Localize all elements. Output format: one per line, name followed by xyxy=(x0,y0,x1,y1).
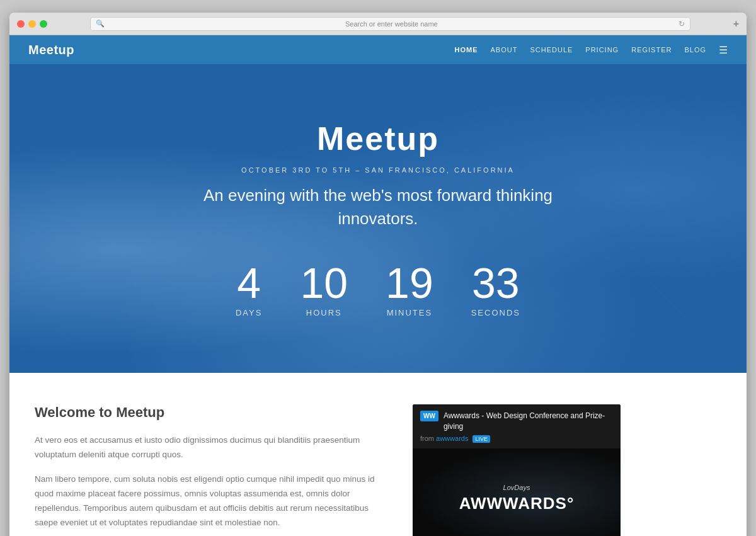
content-paragraph-2: Nam libero tempore, cum soluta nobis est… xyxy=(35,472,387,530)
video-title-row: WW Awwwards - Web Design Conference and … xyxy=(420,411,613,432)
refresh-icon[interactable]: ↻ xyxy=(679,20,685,28)
minutes-value: 19 xyxy=(386,261,433,304)
hero-subtitle: OCTOBER 3RD TO 5TH – SAN FRANCISCO, CALI… xyxy=(195,166,561,174)
add-tab-button[interactable]: + xyxy=(733,18,739,30)
video-thumbnail[interactable]: LovDays AWWWARDS° xyxy=(413,448,621,536)
video-ww-badge: WW xyxy=(420,411,438,421)
content-section: Welcome to Meetup At vero eos et accusam… xyxy=(9,373,747,536)
video-top-bar: WW Awwwards - Web Design Conference and … xyxy=(413,404,621,448)
welcome-title: Welcome to Meetup xyxy=(35,404,387,421)
hero-title: Meetup xyxy=(195,120,561,157)
search-icon: 🔍 xyxy=(96,20,105,28)
countdown-days: 4 Days xyxy=(236,261,262,317)
nav-links: HOME ABOUT SCHEDULE PRICING REGISTER BLO… xyxy=(455,44,728,56)
browser-titlebar: 🔍 Search or enter website name ↻ + xyxy=(9,13,747,35)
hero-section: Meetup OCTOBER 3RD TO 5TH – SAN FRANCISC… xyxy=(9,64,747,373)
minutes-label: Minutes xyxy=(386,308,433,317)
maximize-button[interactable] xyxy=(40,20,47,28)
address-bar[interactable]: 🔍 Search or enter website name ↻ xyxy=(90,17,690,31)
content-paragraph-1: At vero eos et accusamus et iusto odio d… xyxy=(35,433,387,462)
nav-link-blog[interactable]: BLOG xyxy=(684,46,706,54)
seconds-value: 33 xyxy=(471,261,520,304)
hero-tagline: An evening with the web's most forward t… xyxy=(195,184,561,230)
seconds-label: Seconds xyxy=(471,308,520,317)
video-from-label: from xyxy=(420,435,434,442)
countdown-minutes: 19 Minutes xyxy=(386,261,433,317)
countdown-hours: 10 Hours xyxy=(300,261,348,317)
video-from-link[interactable]: awwwards xyxy=(436,435,468,442)
video-live-badge: LIVE xyxy=(472,435,490,443)
address-text: Search or enter website name xyxy=(108,20,675,28)
hours-label: Hours xyxy=(300,308,348,317)
site-navigation: Meetup HOME ABOUT SCHEDULE PRICING REGIS… xyxy=(9,35,747,64)
nav-link-home[interactable]: HOME xyxy=(455,46,478,54)
browser-window: 🔍 Search or enter website name ↻ + Meetu… xyxy=(9,13,747,536)
traffic-lights xyxy=(17,20,47,28)
close-button[interactable] xyxy=(17,20,25,28)
minimize-button[interactable] xyxy=(28,20,36,28)
countdown-timer: 4 Days 10 Hours 19 Minutes 33 Seconds xyxy=(195,261,561,317)
video-embed[interactable]: WW Awwwards - Web Design Conference and … xyxy=(413,404,621,536)
days-value: 4 xyxy=(236,261,262,304)
video-thumb-content: LovDays AWWWARDS° xyxy=(413,448,621,536)
countdown-seconds: 33 Seconds xyxy=(471,261,520,317)
website-content: Meetup HOME ABOUT SCHEDULE PRICING REGIS… xyxy=(9,35,747,536)
hours-value: 10 xyxy=(300,261,348,304)
awwwards-script-logo: LovDays xyxy=(503,484,530,491)
nav-link-schedule[interactable]: SCHEDULE xyxy=(530,46,573,54)
hamburger-menu-icon[interactable]: ☰ xyxy=(719,44,728,56)
awwwards-main-logo: AWWWARDS° xyxy=(459,494,575,513)
video-from-row: from awwwards LIVE xyxy=(420,435,613,442)
nav-link-pricing[interactable]: PRICING xyxy=(585,46,619,54)
hero-content: Meetup OCTOBER 3RD TO 5TH – SAN FRANCISC… xyxy=(195,120,561,317)
nav-link-register[interactable]: REGISTER xyxy=(631,46,672,54)
video-title-text: Awwwards - Web Design Conference and Pri… xyxy=(444,411,613,432)
days-label: Days xyxy=(236,308,262,317)
nav-link-about[interactable]: ABOUT xyxy=(491,46,518,54)
nav-logo[interactable]: Meetup xyxy=(28,43,74,57)
welcome-text-block: Welcome to Meetup At vero eos et accusam… xyxy=(35,404,387,536)
